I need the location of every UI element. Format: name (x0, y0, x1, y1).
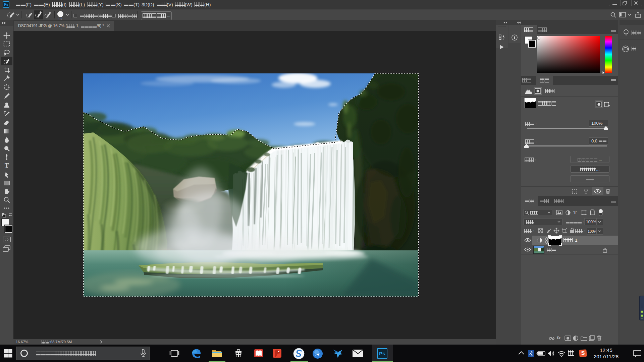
svg-text:T: T (5, 162, 9, 169)
